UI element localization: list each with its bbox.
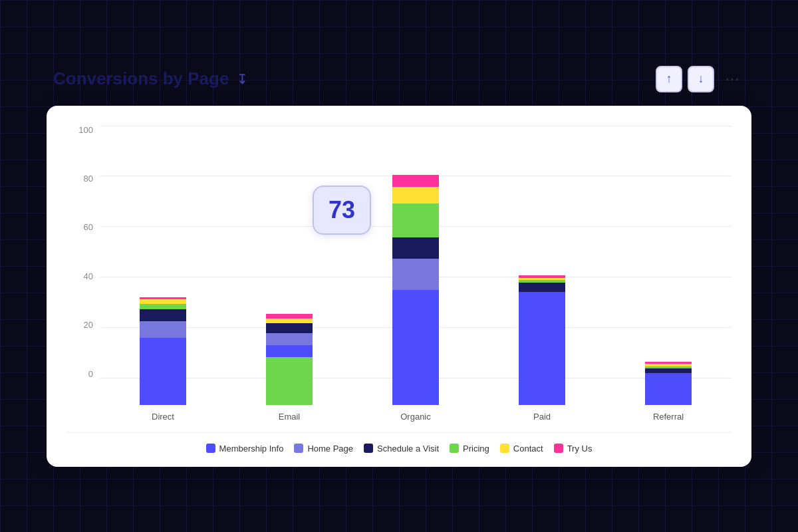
bar-segment-2-3 [392, 203, 439, 237]
legend-label: Contact [513, 444, 543, 454]
stacked-bar-direct [140, 297, 186, 405]
title-area: Conversions by Page ↧ [53, 68, 248, 89]
bar-segment-1-1 [266, 345, 313, 357]
x-axis-labels: DirectEmailOrganicPaidReferral [66, 412, 732, 422]
more-options-button[interactable]: ⋯ [720, 68, 745, 90]
bar-segment-2-1 [392, 259, 439, 290]
legend-item-pricing: Pricing [450, 444, 489, 454]
stacked-bar-email [266, 314, 313, 405]
grid-line-100 [100, 126, 732, 126]
tooltip-value: 73 [329, 196, 355, 223]
up-button[interactable]: ↑ [656, 66, 682, 92]
bar-group-email[interactable] [266, 314, 313, 405]
tooltip: 73 [313, 186, 371, 235]
y-label-60: 60 [66, 223, 100, 231]
chart-area: 0 20 40 60 80 100 73 [66, 126, 732, 405]
bar-group-direct[interactable] [140, 297, 186, 405]
bar-segment-1-0 [266, 357, 313, 405]
x-label-referral: Referral [642, 412, 695, 422]
bar-segment-2-4 [392, 187, 439, 203]
bar-segment-1-2 [266, 333, 313, 345]
legend-label: Try Us [567, 444, 593, 454]
y-label-40: 40 [66, 272, 100, 281]
stacked-bar-paid [519, 275, 565, 404]
down-button[interactable]: ↓ [688, 66, 714, 92]
bar-segment-3-0 [519, 292, 565, 404]
bar-segment-2-0 [392, 290, 439, 405]
bar-segment-2-5 [392, 175, 439, 187]
legend-label: Schedule a Visit [377, 444, 439, 454]
legend-label: Membership Info [219, 444, 284, 454]
x-label-direct: Direct [136, 412, 190, 422]
x-label-email: Email [263, 412, 316, 422]
bar-segment-0-3 [140, 304, 186, 309]
bar-segment-0-1 [140, 321, 186, 338]
down-arrow-icon: ↓ [698, 72, 704, 86]
legend-item-try-us: Try Us [554, 444, 593, 454]
bar-group-paid[interactable] [519, 275, 565, 404]
up-arrow-icon: ↑ [666, 72, 672, 86]
chart-legend: Membership InfoHome PageSchedule a Visit… [66, 432, 732, 454]
y-label-100: 100 [66, 126, 100, 134]
bar-group-referral[interactable] [645, 362, 692, 405]
bar-group-organic[interactable] [392, 166, 439, 405]
legend-item-contact: Contact [500, 444, 543, 454]
bar-segment-4-0 [645, 373, 692, 405]
bar-segment-1-3 [266, 323, 313, 332]
y-axis: 0 20 40 60 80 100 [66, 126, 100, 378]
y-label-80: 80 [66, 174, 100, 183]
legend-item-schedule-a-visit: Schedule a Visit [364, 444, 439, 454]
y-label-20: 20 [66, 321, 100, 329]
bar-segment-3-1 [519, 283, 565, 292]
y-label-0: 0 [66, 370, 100, 378]
bar-segment-1-5 [266, 314, 313, 319]
chart-title: Conversions by Page [53, 68, 229, 89]
legend-dot-home-page [294, 444, 303, 453]
download-icon[interactable]: ↧ [237, 71, 248, 87]
bar-segment-2-2 [392, 237, 439, 259]
legend-dot-try-us [554, 444, 563, 453]
bars-wrapper [100, 152, 732, 405]
bar-segment-1-4 [266, 319, 313, 323]
legend-dot-schedule-a-visit [364, 444, 373, 453]
legend-item-membership-info: Membership Info [206, 444, 284, 454]
chart-card: 0 20 40 60 80 100 73 [47, 106, 751, 467]
stacked-bar-organic [392, 166, 439, 405]
legend-dot-pricing [450, 444, 459, 453]
bar-segment-0-0 [140, 338, 186, 405]
legend-dot-membership-info [206, 444, 215, 453]
chart-header: Conversions by Page ↧ ↑ ↓ ⋯ [47, 66, 751, 92]
bar-segment-0-2 [140, 309, 186, 321]
legend-item-home-page: Home Page [294, 444, 353, 454]
legend-dot-contact [500, 444, 509, 453]
legend-label: Home Page [307, 444, 353, 454]
header-actions: ↑ ↓ ⋯ [656, 66, 745, 92]
legend-label: Pricing [463, 444, 489, 454]
bar-segment-4-1 [645, 368, 692, 373]
bar-segment-0-4 [140, 299, 186, 304]
x-label-paid: Paid [515, 412, 569, 422]
x-label-organic: Organic [389, 412, 442, 422]
main-container: Conversions by Page ↧ ↑ ↓ ⋯ 0 20 40 60 8… [33, 53, 765, 480]
stacked-bar-referral [645, 362, 692, 405]
